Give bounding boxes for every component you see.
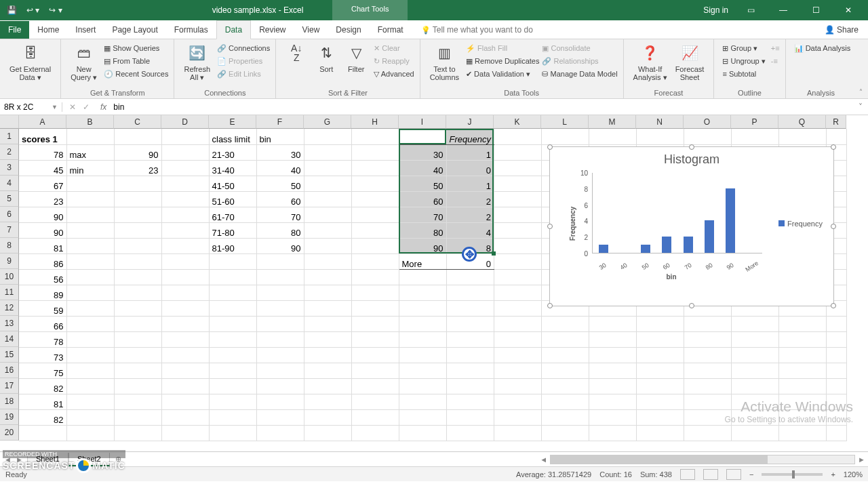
expand-formula-icon[interactable]: ˅ (853, 102, 868, 112)
data-analysis-button[interactable]: 📊 Data Analysis (794, 42, 851, 54)
chart-y-ticks: 1086420 (576, 169, 588, 266)
ribbon: 🗄Get External Data ▾ 🗃New Query ▾ ▦ Show… (0, 39, 868, 99)
group-forecast: Forecast (629, 87, 709, 97)
forecast-sheet-button[interactable]: 📈Forecast Sheet (671, 42, 709, 81)
group-analysis: Analysis (791, 87, 851, 97)
status-count: Count: 16 (599, 470, 632, 479)
new-query-button[interactable]: 🗃New Query ▾ (66, 42, 101, 82)
group-button[interactable]: ⊞ Group ▾ (722, 42, 765, 54)
zoom-level[interactable]: 120% (844, 470, 863, 479)
sort-button[interactable]: ⇅Sort (311, 42, 341, 73)
status-bar: Ready Average: 31.28571429 Count: 16 Sum… (0, 466, 868, 481)
subtotal-button[interactable]: ≡ Subtotal (722, 68, 765, 80)
group-connections: Connections (180, 87, 270, 97)
status-mode: Ready (5, 470, 27, 479)
ribbon-tabs: File Home Insert Page Layout Formulas Da… (0, 20, 868, 39)
tell-me-input[interactable]: Tell me what you want to do (412, 21, 542, 39)
chart-plot-area[interactable] (592, 173, 762, 253)
get-external-data-button[interactable]: 🗄Get External Data ▾ (5, 42, 55, 82)
minimize-icon[interactable]: — (773, 5, 793, 15)
chart-tools-tab: Chart Tools (332, 0, 408, 20)
reapply-button: ↻ Reapply (374, 55, 414, 67)
tab-format[interactable]: Format (370, 21, 412, 39)
titlebar: 💾 ↩ ▾ ↪ ▾ video sample.xlsx - Excel Char… (0, 0, 868, 20)
properties-button: 📄 Properties (217, 55, 270, 67)
hscrollbar[interactable]: ◄► (537, 455, 868, 464)
text-to-columns-button[interactable]: ▥Text to Columns (426, 42, 463, 81)
new-sheet-button[interactable]: ⊕ (110, 453, 127, 466)
tab-formulas[interactable]: Formulas (166, 21, 216, 39)
what-if-button[interactable]: ❓What-If Analysis ▾ (629, 42, 671, 82)
chart-object[interactable]: Histogram Frequency 1086420 304050607080… (549, 146, 834, 306)
view-normal-icon[interactable] (680, 469, 695, 480)
ungroup-button[interactable]: ⊟ Ungroup ▾ (722, 55, 765, 67)
tab-page-layout[interactable]: Page Layout (104, 21, 165, 39)
group-get-transform: Get & Transform (66, 87, 168, 97)
flash-fill-button: ⚡ Flash Fill (466, 42, 539, 54)
group-sort-filter: Sort & Filter (281, 87, 414, 97)
collapse-ribbon-icon[interactable]: ˄ (859, 88, 863, 96)
tab-design[interactable]: Design (328, 21, 369, 39)
close-icon[interactable]: ✕ (838, 5, 859, 15)
connections-button[interactable]: 🔗 Connections (217, 42, 270, 54)
manage-data-model-button[interactable]: ⛁ Manage Data Model (542, 68, 617, 80)
consolidate-button: ▣ Consolidate (542, 42, 617, 54)
refresh-all-button[interactable]: 🔄Refresh All ▾ (180, 42, 214, 82)
clear-button: ✕ Clear (374, 42, 414, 54)
ribbon-opts-icon[interactable]: ▭ (741, 5, 761, 15)
chart-x-ticks: 30405060708090More (592, 263, 762, 270)
enter-formula-icon: ✓ (83, 102, 90, 112)
status-sum: Sum: 438 (640, 470, 672, 479)
sheet-next-icon[interactable]: ► (16, 455, 23, 464)
share-button[interactable]: 👤 Share (815, 21, 868, 39)
formula-bar: 8R x 2C▼ ✕✓ fx bin ˅ (0, 99, 868, 115)
tab-file[interactable]: File (0, 21, 29, 39)
show-queries-button[interactable]: ▦ Show Queries (104, 42, 168, 54)
name-box[interactable]: 8R x 2C▼ (0, 102, 62, 112)
tab-data[interactable]: Data (216, 20, 251, 39)
zoom-out-icon[interactable]: − (749, 470, 753, 479)
sort-az-button[interactable]: A↓Z (281, 42, 311, 64)
redo-icon[interactable]: ↪ ▾ (49, 5, 62, 15)
signin-link[interactable]: Sign in (703, 5, 728, 15)
status-average: Average: 31.28571429 (516, 470, 591, 479)
undo-icon[interactable]: ↩ ▾ (26, 5, 39, 15)
filter-button[interactable]: ▽Filter (341, 42, 371, 73)
sheet-tab-1[interactable]: Sheet1 (27, 453, 68, 466)
maximize-icon[interactable]: ☐ (806, 5, 826, 15)
select-all-corner[interactable] (0, 115, 19, 129)
tab-insert[interactable]: Insert (67, 21, 104, 39)
chart-x-label: bin (570, 273, 772, 281)
row-headers[interactable]: 1234567891011121314151617181920 (0, 129, 19, 441)
advanced-button[interactable]: ▽ Advanced (374, 68, 414, 80)
column-headers[interactable]: ABCDEFGHIJKLMNOPQR (19, 115, 846, 129)
data-validation-button[interactable]: ✔ Data Validation ▾ (466, 68, 539, 80)
zoom-slider[interactable] (762, 473, 823, 476)
tab-home[interactable]: Home (29, 21, 67, 39)
chart-legend[interactable]: Frequency (778, 220, 823, 228)
cancel-formula-icon: ✕ (69, 102, 76, 112)
tab-view[interactable]: View (294, 21, 328, 39)
edit-links-button: 🔗 Edit Links (217, 68, 270, 80)
sheet-tab-2[interactable]: Sheet2 (68, 453, 110, 466)
from-table-button[interactable]: ▤ From Table (104, 55, 168, 67)
zoom-in-icon[interactable]: + (831, 470, 835, 479)
recent-sources-button[interactable]: 🕘 Recent Sources (104, 68, 168, 80)
sheet-tabs: ◄► Sheet1 Sheet2 ⊕ ◄► (0, 451, 868, 466)
view-page-layout-icon[interactable] (703, 469, 718, 480)
relationships-button: 🔗 Relationships (542, 55, 617, 67)
tab-review[interactable]: Review (251, 21, 294, 39)
remove-duplicates-button[interactable]: ▦ Remove Duplicates (466, 55, 539, 67)
chart-title[interactable]: Histogram (550, 147, 833, 167)
fx-icon[interactable]: fx (96, 102, 111, 112)
view-page-break-icon[interactable] (726, 469, 741, 480)
group-outline: Outline (719, 87, 779, 97)
sheet-prev-icon[interactable]: ◄ (4, 455, 12, 464)
formula-input[interactable]: bin (111, 102, 853, 112)
save-icon[interactable]: 💾 (7, 5, 17, 15)
group-data-tools: Data Tools (426, 87, 618, 97)
worksheet-grid[interactable]: ABCDEFGHIJKLMNOPQR 123456789101112131415… (0, 115, 868, 451)
